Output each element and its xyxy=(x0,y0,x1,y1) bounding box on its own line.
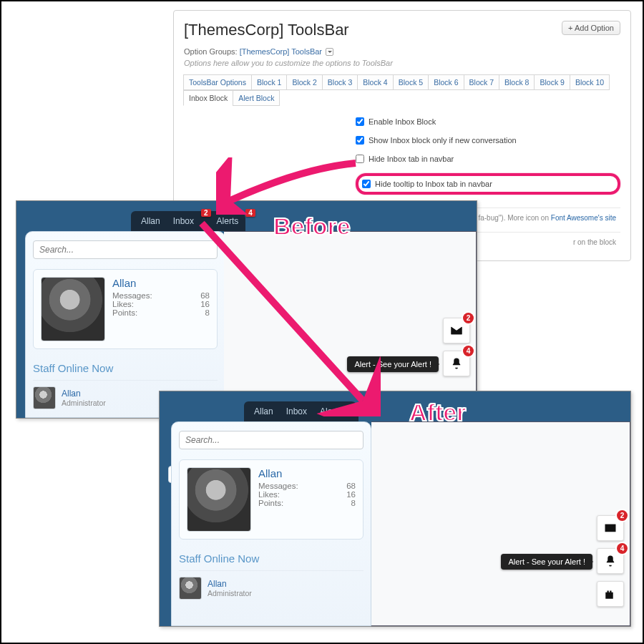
options-description: Options here allow you to customize the … xyxy=(184,59,620,67)
user-card: Allan Messages:68 Likes:16 Points:8 xyxy=(33,269,218,349)
staff-item[interactable]: Allan Administrator xyxy=(179,570,364,600)
checkbox[interactable] xyxy=(356,117,364,126)
tab-block-6[interactable]: Block 6 xyxy=(428,74,464,90)
tab-block-3[interactable]: Block 3 xyxy=(322,74,358,90)
option-hide-tooltip[interactable]: Hide tooltip to Inbox tab in navbar xyxy=(362,180,492,188)
fab-alert-badge: 4 xyxy=(463,346,474,356)
castle-icon xyxy=(604,587,617,600)
search-input[interactable] xyxy=(33,240,218,259)
fab-inbox-badge: 2 xyxy=(617,510,628,521)
nav-tabs: Allan Inbox2 Alerts4 xyxy=(131,211,245,231)
avatar[interactable] xyxy=(187,467,251,532)
staff-online-heading: Staff Online Now xyxy=(179,552,364,565)
avatar xyxy=(179,577,202,600)
fab-alerts[interactable]: 4 xyxy=(443,351,470,376)
sidebar: Allan Messages:68 Likes:16 Points:8 Staf… xyxy=(171,421,371,626)
user-name[interactable]: Allan xyxy=(258,467,356,479)
option-groups-line: Option Groups: [ThemesCorp] ToolsBar xyxy=(184,47,620,56)
search-input[interactable] xyxy=(179,431,364,449)
nav-tabs: Allan Inbox Alerts xyxy=(244,401,358,421)
envelope-icon xyxy=(604,522,617,535)
tab-toolsbar-options[interactable]: ToolsBar Options xyxy=(183,74,252,90)
forum-preview-before: Allan Inbox2 Alerts4 ↗ Allan Messages:68… xyxy=(16,200,477,419)
main-area: 2 Alert - See your Alert ! 4 xyxy=(371,421,630,626)
add-option-button[interactable]: + Add Option xyxy=(562,21,620,35)
tab-inbox-block[interactable]: Inbox Block xyxy=(183,90,233,106)
fab-inbox[interactable]: 2 xyxy=(443,318,470,343)
alert-tooltip: Alert - See your Alert ! xyxy=(347,356,439,372)
option-show-only-new[interactable]: Show Inbox block only if new conversatio… xyxy=(356,136,620,145)
envelope-icon xyxy=(450,324,463,337)
highlighted-option: Hide tooltip to Inbox tab in navbar xyxy=(356,173,620,195)
tab-block-10[interactable]: Block 10 xyxy=(570,74,610,90)
tab-row: ToolsBar OptionsBlock 1Block 2Block 3Blo… xyxy=(184,74,620,106)
checkbox[interactable] xyxy=(356,136,364,145)
fab-inbox-badge: 2 xyxy=(463,313,474,323)
alerts-badge: 4 xyxy=(245,209,255,217)
fab-extra[interactable] xyxy=(597,581,624,607)
after-label: After xyxy=(409,399,466,426)
nav-inbox[interactable]: Inbox2 xyxy=(173,216,204,226)
checkbox[interactable] xyxy=(356,155,364,163)
option-group-link[interactable]: [ThemesCorp] ToolsBar xyxy=(240,47,322,56)
chevron-down-icon[interactable] xyxy=(326,48,333,56)
alert-tooltip: Alert - See your Alert ! xyxy=(501,554,592,570)
forum-preview-after: Allan Inbox Alerts ↗ Allan Messages:68 L… xyxy=(159,391,631,627)
staff-online-heading: Staff Online Now xyxy=(33,362,218,374)
tab-block-9[interactable]: Block 9 xyxy=(534,74,570,90)
options-list: Enable Inbox Block Show Inbox block only… xyxy=(356,117,620,195)
avatar[interactable] xyxy=(41,277,105,341)
bell-icon xyxy=(604,555,617,567)
avatar xyxy=(33,386,56,409)
bell-icon xyxy=(450,357,463,370)
fab-inbox[interactable]: 2 xyxy=(597,515,624,541)
font-awesome-link[interactable]: Font Awesome's site xyxy=(551,214,616,222)
nav-user[interactable]: Allan xyxy=(254,406,273,416)
option-hide-inbox-tab[interactable]: Hide Inbox tab in navbar xyxy=(356,155,620,163)
before-label: Before xyxy=(273,213,351,240)
inbox-badge: 2 xyxy=(201,209,211,217)
nav-inbox[interactable]: Inbox xyxy=(286,406,307,416)
nav-user[interactable]: Allan xyxy=(141,216,160,226)
fab-alerts[interactable]: 4 xyxy=(597,548,624,574)
sidebar: Allan Messages:68 Likes:16 Points:8 Staf… xyxy=(25,231,225,418)
tab-block-5[interactable]: Block 5 xyxy=(393,74,429,90)
tab-block-4[interactable]: Block 4 xyxy=(357,74,393,90)
option-enable-inbox[interactable]: Enable Inbox Block xyxy=(356,117,620,126)
nav-alerts[interactable]: Alerts xyxy=(320,406,342,416)
tab-alert-block[interactable]: Alert Block xyxy=(233,90,280,106)
user-name[interactable]: Allan xyxy=(112,277,210,289)
tab-block-2[interactable]: Block 2 xyxy=(286,74,322,90)
tab-block-1[interactable]: Block 1 xyxy=(251,74,287,90)
tab-block-8[interactable]: Block 8 xyxy=(499,74,535,90)
nav-alerts[interactable]: Alerts4 xyxy=(217,216,248,226)
user-card: Allan Messages:68 Likes:16 Points:8 xyxy=(179,459,364,540)
tab-block-7[interactable]: Block 7 xyxy=(464,74,499,90)
checkbox[interactable] xyxy=(362,180,371,188)
page-title: [ThemesCorp] ToolsBar xyxy=(184,21,349,39)
main-area: 2 Alert - See your Alert ! 4 xyxy=(224,231,477,418)
fab-alert-badge: 4 xyxy=(617,543,628,554)
